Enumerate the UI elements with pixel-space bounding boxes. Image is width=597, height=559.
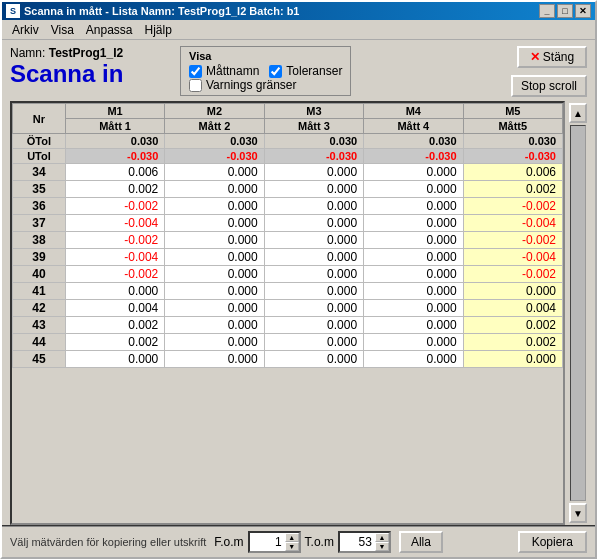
cell-9-1[interactable]: 0.000 bbox=[165, 317, 264, 334]
cell-8-3[interactable]: 0.000 bbox=[364, 300, 463, 317]
cell-2-2[interactable]: 0.000 bbox=[264, 198, 363, 215]
cell-8-0[interactable]: 0.004 bbox=[65, 300, 164, 317]
stang-button[interactable]: ✕ Stäng bbox=[517, 46, 587, 68]
cell-1-0[interactable]: 0.002 bbox=[65, 181, 164, 198]
menu-visa[interactable]: Visa bbox=[45, 22, 80, 38]
data-table-container: Nr M1 M2 M3 M4 M5 Mått 1 Mått 2 Mått 3 M… bbox=[10, 101, 565, 525]
from-input[interactable] bbox=[250, 534, 285, 550]
cell-7-2[interactable]: 0.000 bbox=[264, 283, 363, 300]
cell-5-4[interactable]: -0.004 bbox=[463, 249, 562, 266]
cell-6-0[interactable]: -0.002 bbox=[65, 266, 164, 283]
checkbox-toleranser[interactable] bbox=[269, 65, 282, 78]
cell-10-0[interactable]: 0.002 bbox=[65, 334, 164, 351]
to-input[interactable] bbox=[340, 534, 375, 550]
row-nr-3: 37 bbox=[13, 215, 66, 232]
scroll-track[interactable] bbox=[570, 125, 586, 501]
menu-hjalp[interactable]: Hjälp bbox=[139, 22, 178, 38]
scroll-down-button[interactable]: ▼ bbox=[569, 503, 587, 523]
cell-3-4[interactable]: -0.004 bbox=[463, 215, 562, 232]
cell-3-3[interactable]: 0.000 bbox=[364, 215, 463, 232]
from-spinner[interactable]: ▲ ▼ bbox=[248, 531, 301, 553]
cell-6-1[interactable]: 0.000 bbox=[165, 266, 264, 283]
from-up-button[interactable]: ▲ bbox=[285, 533, 299, 542]
cell-4-1[interactable]: 0.000 bbox=[165, 232, 264, 249]
col-subheader-m1: Mått 1 bbox=[65, 119, 164, 134]
cell-6-2[interactable]: 0.000 bbox=[264, 266, 363, 283]
cell-0-1[interactable]: 0.000 bbox=[165, 164, 264, 181]
cell-3-1[interactable]: 0.000 bbox=[165, 215, 264, 232]
cell-8-4[interactable]: 0.004 bbox=[463, 300, 562, 317]
scroll-up-button[interactable]: ▲ bbox=[569, 103, 587, 123]
row-nr-6: 40 bbox=[13, 266, 66, 283]
cell-11-2[interactable]: 0.000 bbox=[264, 351, 363, 368]
cell-9-4[interactable]: 0.002 bbox=[463, 317, 562, 334]
table-row: 36-0.0020.0000.0000.000-0.002 bbox=[13, 198, 563, 215]
cell-11-0[interactable]: 0.000 bbox=[65, 351, 164, 368]
cell-7-4[interactable]: 0.000 bbox=[463, 283, 562, 300]
cell-3-2[interactable]: 0.000 bbox=[264, 215, 363, 232]
stop-scroll-button[interactable]: Stop scroll bbox=[511, 75, 587, 97]
cell-6-3[interactable]: 0.000 bbox=[364, 266, 463, 283]
row-nr-5: 39 bbox=[13, 249, 66, 266]
cell-9-2[interactable]: 0.000 bbox=[264, 317, 363, 334]
kopiera-button[interactable]: Kopiera bbox=[518, 531, 587, 553]
cell-10-4[interactable]: 0.002 bbox=[463, 334, 562, 351]
table-row: 430.0020.0000.0000.0000.002 bbox=[13, 317, 563, 334]
cell-10-1[interactable]: 0.000 bbox=[165, 334, 264, 351]
cell-6-4[interactable]: -0.002 bbox=[463, 266, 562, 283]
cell-4-4[interactable]: -0.002 bbox=[463, 232, 562, 249]
cell-4-3[interactable]: 0.000 bbox=[364, 232, 463, 249]
cell-0-3[interactable]: 0.000 bbox=[364, 164, 463, 181]
cell-8-2[interactable]: 0.000 bbox=[264, 300, 363, 317]
cell-11-4[interactable]: 0.000 bbox=[463, 351, 562, 368]
cell-0-0[interactable]: 0.006 bbox=[65, 164, 164, 181]
cell-11-3[interactable]: 0.000 bbox=[364, 351, 463, 368]
cell-1-3[interactable]: 0.000 bbox=[364, 181, 463, 198]
col-header-m1: M1 bbox=[65, 104, 164, 119]
cell-9-0[interactable]: 0.002 bbox=[65, 317, 164, 334]
cell-5-2[interactable]: 0.000 bbox=[264, 249, 363, 266]
cell-10-2[interactable]: 0.000 bbox=[264, 334, 363, 351]
otol-value-1: 0.030 bbox=[165, 134, 264, 149]
menu-anpassa[interactable]: Anpassa bbox=[80, 22, 139, 38]
otol-value-0: 0.030 bbox=[65, 134, 164, 149]
cell-0-4[interactable]: 0.006 bbox=[463, 164, 562, 181]
from-down-button[interactable]: ▼ bbox=[285, 542, 299, 551]
cell-7-3[interactable]: 0.000 bbox=[364, 283, 463, 300]
cell-2-4[interactable]: -0.002 bbox=[463, 198, 562, 215]
alla-button[interactable]: Alla bbox=[399, 531, 443, 553]
cell-9-3[interactable]: 0.000 bbox=[364, 317, 463, 334]
cell-2-0[interactable]: -0.002 bbox=[65, 198, 164, 215]
cell-10-3[interactable]: 0.000 bbox=[364, 334, 463, 351]
cell-1-2[interactable]: 0.000 bbox=[264, 181, 363, 198]
cell-5-0[interactable]: -0.004 bbox=[65, 249, 164, 266]
cell-5-3[interactable]: 0.000 bbox=[364, 249, 463, 266]
table-row: 410.0000.0000.0000.0000.000 bbox=[13, 283, 563, 300]
row-nr-2: 36 bbox=[13, 198, 66, 215]
cell-11-1[interactable]: 0.000 bbox=[165, 351, 264, 368]
cell-4-2[interactable]: 0.000 bbox=[264, 232, 363, 249]
cell-3-0[interactable]: -0.004 bbox=[65, 215, 164, 232]
cell-1-1[interactable]: 0.000 bbox=[165, 181, 264, 198]
to-label: T.o.m bbox=[305, 535, 334, 549]
to-up-button[interactable]: ▲ bbox=[375, 533, 389, 542]
cell-7-1[interactable]: 0.000 bbox=[165, 283, 264, 300]
to-spinner[interactable]: ▲ ▼ bbox=[338, 531, 391, 553]
maximize-button[interactable]: □ bbox=[557, 4, 573, 18]
cell-2-1[interactable]: 0.000 bbox=[165, 198, 264, 215]
table-row: 37-0.0040.0000.0000.000-0.004 bbox=[13, 215, 563, 232]
cell-5-1[interactable]: 0.000 bbox=[165, 249, 264, 266]
cell-8-1[interactable]: 0.000 bbox=[165, 300, 264, 317]
menu-arkiv[interactable]: Arkiv bbox=[6, 22, 45, 38]
cell-4-0[interactable]: -0.002 bbox=[65, 232, 164, 249]
cell-2-3[interactable]: 0.000 bbox=[364, 198, 463, 215]
checkbox-mattnamn[interactable] bbox=[189, 65, 202, 78]
to-down-button[interactable]: ▼ bbox=[375, 542, 389, 551]
otol-value-2: 0.030 bbox=[264, 134, 363, 149]
cell-7-0[interactable]: 0.000 bbox=[65, 283, 164, 300]
minimize-button[interactable]: _ bbox=[539, 4, 555, 18]
checkbox-varningsgranser[interactable] bbox=[189, 79, 202, 92]
cell-1-4[interactable]: 0.002 bbox=[463, 181, 562, 198]
close-button[interactable]: ✕ bbox=[575, 4, 591, 18]
cell-0-2[interactable]: 0.000 bbox=[264, 164, 363, 181]
